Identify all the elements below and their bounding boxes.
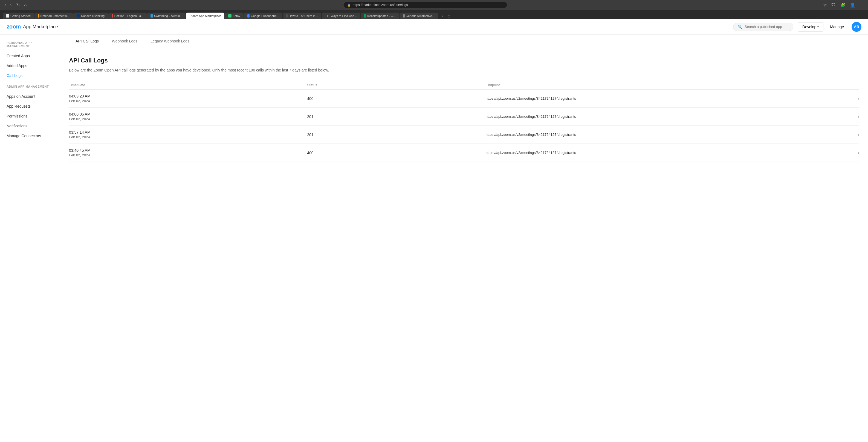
tab-api-call-logs[interactable]: API Call Logs — [69, 34, 105, 48]
tab-favicon — [151, 14, 153, 18]
sidebar-item-manage-connectors[interactable]: Manage Connectors — [0, 131, 60, 141]
tab-11ways[interactable]: 11 Ways to Find Use... — [322, 12, 360, 19]
log-time: 03:57:14 AM — [69, 130, 307, 135]
tab-notepad[interactable]: Notepad - momentu... — [34, 12, 73, 19]
row-time-date: 04:09:20 AM Feb 02, 2024 — [69, 94, 307, 103]
tab-favicon — [403, 14, 405, 18]
tab-label: 11 Ways to Find Use... — [327, 14, 357, 18]
app-body: PERSONAL APP MANAGEMENT Created Apps Add… — [0, 34, 868, 442]
personal-section-title: PERSONAL APP MANAGEMENT — [0, 41, 60, 51]
tab-label: How to List Users in... — [289, 14, 318, 18]
tab-label: Webhook Logs — [112, 39, 137, 43]
tab-danske[interactable]: Danske eBanking — [73, 12, 108, 19]
tab-webhook-logs[interactable]: Webhook Logs — [105, 34, 144, 48]
tab-label: Legacy Webhook Logs — [151, 39, 189, 43]
table-row[interactable]: 04:00:06 AM Feb 02, 2024 201 https://api… — [69, 108, 859, 126]
log-time: 04:09:20 AM — [69, 94, 307, 98]
tab-google[interactable]: Google Pubsubhub... — [244, 12, 282, 19]
shield-icon[interactable]: 🛡 — [830, 2, 837, 8]
browser-toolbar: ‹ › ↻ ⌂ 🔒 https://marketplace.zoom.us/us… — [0, 0, 868, 10]
sidebar-item-label: App Requests — [6, 104, 31, 109]
back-button[interactable]: ‹ — [3, 2, 7, 8]
sidebar-item-call-logs[interactable]: Call Logs — [0, 71, 60, 81]
tab-zoom[interactable]: Zoom App Marketplace — [186, 12, 224, 19]
log-endpoint: https://api.zoom.us/v2/meetings/84217241… — [486, 151, 843, 155]
sidebar-item-app-requests[interactable]: App Requests — [0, 101, 60, 111]
log-date: Feb 02, 2024 — [69, 153, 307, 157]
table-row[interactable]: 04:09:20 AM Feb 02, 2024 400 https://api… — [69, 90, 859, 108]
zoom-logo: zoom — [6, 24, 21, 30]
tab-getting-started[interactable]: Getting Started — [3, 12, 34, 19]
sidebar-item-label: Call Logs — [6, 73, 23, 78]
sidebar-item-label: Added Apps — [6, 63, 27, 68]
avatar-initials: AB — [854, 25, 859, 29]
tab-label: Notepad - momentu... — [40, 14, 69, 18]
bookmark-icon[interactable]: ☆ — [822, 2, 828, 8]
row-chevron-icon: › — [843, 114, 859, 119]
profile-icon[interactable]: 👤 — [849, 2, 857, 8]
tab-label: API Call Logs — [75, 39, 99, 43]
browser-chrome: ‹ › ↻ ⌂ 🔒 https://marketplace.zoom.us/us… — [0, 0, 868, 19]
col-header-status: Status — [307, 83, 486, 87]
tab-swimming[interactable]: Swimming - swimid... — [147, 12, 186, 19]
sidebar: PERSONAL APP MANAGEMENT Created Apps Add… — [0, 34, 60, 442]
sidebar-item-permissions[interactable]: Permissions — [0, 111, 60, 121]
address-bar[interactable]: 🔒 https://marketplace.zoom.us/user/logs — [343, 2, 507, 8]
tabs-bar: API Call Logs Webhook Logs Legacy Webhoo… — [69, 34, 859, 48]
log-status: 400 — [307, 96, 486, 101]
menu-icon[interactable]: ⋮ — [859, 2, 865, 8]
sidebar-item-notifications[interactable]: Notifications — [0, 121, 60, 131]
log-time: 03:40:45 AM — [69, 148, 307, 152]
row-time-date: 03:40:45 AM Feb 02, 2024 — [69, 148, 307, 157]
app-header: zoom App Marketplace 🔍 Develop ▾ Manage … — [0, 19, 868, 34]
sidebar-item-created-apps[interactable]: Created Apps — [0, 51, 60, 61]
tab-favicon — [76, 14, 80, 18]
tab-label: Google Pubsubhub... — [251, 14, 279, 18]
main-content: API Call Logs Webhook Logs Legacy Webhoo… — [60, 34, 868, 442]
sidebar-item-label: Notifications — [6, 124, 27, 128]
app-logo: zoom App Marketplace — [6, 24, 58, 30]
lock-icon: 🔒 — [347, 4, 350, 6]
tab-legacy-webhook-logs[interactable]: Legacy Webhook Logs — [144, 34, 196, 48]
tab-label: Zefoy — [232, 14, 240, 18]
sidebar-item-added-apps[interactable]: Added Apps — [0, 61, 60, 71]
browser-right-icons: ☆ 🛡 🧩 👤 ⋮ — [822, 2, 865, 8]
tab-zefoy[interactable]: Zefoy — [225, 12, 244, 19]
home-button[interactable]: ⌂ — [23, 2, 28, 8]
tab-label: websiteupdates - G... — [367, 14, 396, 18]
tab-petition[interactable]: Petition · English La... — [108, 12, 147, 19]
new-window-button[interactable]: ⊡ — [445, 13, 453, 19]
tab-overflow-button[interactable]: » — [439, 13, 446, 19]
tab-label: Getting Started — [10, 14, 31, 18]
page-title: API Call Logs — [69, 57, 859, 64]
sidebar-item-label: Manage Connectors — [6, 134, 41, 138]
tab-favicon — [112, 14, 113, 18]
table-row[interactable]: 03:57:14 AM Feb 02, 2024 201 https://api… — [69, 126, 859, 144]
col-header-time-date: Time/Date — [69, 83, 307, 87]
table-row[interactable]: 03:40:45 AM Feb 02, 2024 400 https://api… — [69, 144, 859, 162]
log-date: Feb 02, 2024 — [69, 117, 307, 121]
avatar[interactable]: AB — [851, 22, 862, 32]
search-bar[interactable]: 🔍 — [733, 23, 793, 31]
log-status: 201 — [307, 115, 486, 119]
row-chevron-icon: › — [843, 96, 859, 101]
browser-tabs: Getting Started Notepad - momentu... Dan… — [0, 10, 868, 19]
tab-howto[interactable]: How to List Users in... — [283, 12, 321, 19]
log-date: Feb 02, 2024 — [69, 135, 307, 139]
row-time-date: 04:00:06 AM Feb 02, 2024 — [69, 112, 307, 121]
sidebar-item-apps-on-account[interactable]: Apps on Account — [0, 91, 60, 101]
tab-label: Petition · English La... — [114, 14, 144, 18]
tab-website[interactable]: websiteupdates - G... — [361, 12, 399, 19]
search-icon: 🔍 — [738, 25, 742, 29]
manage-button[interactable]: Manage — [826, 23, 848, 31]
tab-favicon — [247, 14, 250, 18]
develop-button[interactable]: Develop ▾ — [798, 22, 824, 31]
log-status: 400 — [307, 151, 486, 155]
extension-icon[interactable]: 🧩 — [839, 2, 847, 8]
forward-button[interactable]: › — [8, 2, 13, 8]
tab-favicon — [228, 14, 231, 18]
search-input[interactable] — [745, 25, 788, 29]
tab-label: Danske eBanking — [81, 14, 104, 18]
tab-generic[interactable]: Generic Automotive... — [400, 12, 438, 19]
refresh-button[interactable]: ↻ — [14, 2, 21, 8]
